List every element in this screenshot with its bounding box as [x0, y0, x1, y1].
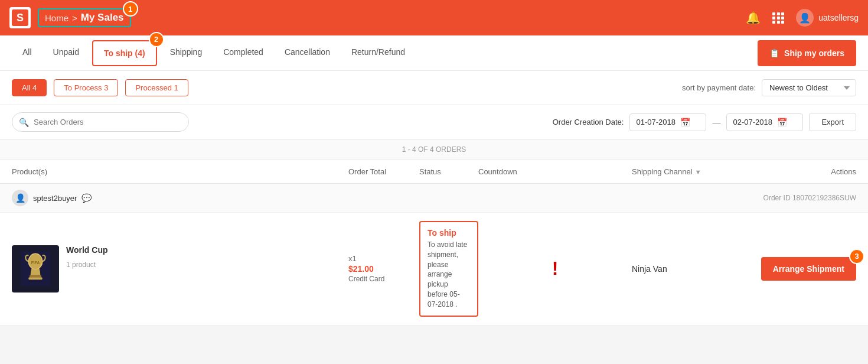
order-section: 👤 sptest2buyer 💬 Order ID 180702192386SU… [0, 184, 868, 326]
date-area: Order Creation Date: 01-07-2018 📅 — 02-0… [553, 113, 856, 131]
tabs-bar: All Unpaid 2 To ship (4) Shipping Comple… [0, 35, 868, 71]
top-navigation: S 1 Home > My Sales 🔔 👤 uatsellersg [0, 0, 868, 35]
tab-return-refund[interactable]: Return/Refund [341, 35, 416, 71]
order-row-header: 👤 sptest2buyer 💬 Order ID 180702192386SU… [0, 184, 868, 213]
product-image: FIFA [12, 245, 59, 292]
tab-all[interactable]: All [12, 35, 43, 71]
chat-icon[interactable]: 💬 [81, 193, 92, 203]
ship-icon: 📋 [769, 48, 779, 58]
arrange-shipment-button[interactable]: 3 Arrange Shipment [761, 257, 856, 281]
search-box: 🔍 [12, 112, 189, 132]
tab-shipping[interactable]: Shipping [159, 35, 213, 71]
search-icon: 🔍 [19, 118, 29, 127]
col-order-total: Order Total [348, 167, 419, 176]
tab-unpaid[interactable]: Unpaid [43, 35, 90, 71]
top-nav-right: 🔔 👤 uatsellersg [746, 9, 859, 27]
breadcrumb: 1 Home > My Sales [38, 8, 131, 27]
buyer-name: sptest2buyer [33, 194, 77, 203]
world-cup-image: FIFA [21, 251, 50, 287]
tab-completed[interactable]: Completed [213, 35, 274, 71]
col-status: Status [419, 167, 478, 176]
username: uatsellersg [818, 13, 859, 22]
search-row: 🔍 Order Creation Date: 01-07-2018 📅 — 02… [0, 105, 868, 139]
breadcrumb-current[interactable]: My Sales [81, 12, 124, 24]
buyer-avatar: 👤 [12, 190, 28, 206]
date-separator: — [712, 118, 720, 127]
date-to-input[interactable]: 02-07-2018 📅 [726, 113, 803, 131]
col-products: Product(s) [12, 167, 348, 176]
date-from-value: 01-07-2018 [636, 118, 676, 126]
tab-badge: 2 [149, 32, 164, 47]
arrange-badge: 3 [849, 249, 864, 264]
payment-method: Credit Card [348, 275, 419, 283]
calendar-to-icon: 📅 [777, 118, 787, 127]
product-info: FIFA World Cup 1 product [12, 245, 348, 292]
avatar: 👤 [796, 9, 814, 27]
date-label: Order Creation Date: [553, 118, 624, 126]
order-total-col: x1 $21.00 Credit Card [348, 254, 419, 283]
product-name: World Cup [66, 245, 108, 255]
breadcrumb-separator: > [72, 13, 77, 23]
col-actions: Actions [750, 167, 856, 176]
order-price: $21.00 [348, 264, 419, 274]
grid-icon[interactable] [772, 12, 784, 24]
orders-count: 1 - 4 OF 4 ORDERS [0, 139, 868, 160]
status-title: To ship [428, 228, 470, 238]
bell-icon[interactable]: 🔔 [746, 11, 761, 25]
ship-my-orders-button[interactable]: 📋 Ship my orders [758, 40, 856, 66]
date-to-value: 02-07-2018 [733, 118, 772, 126]
countdown-col: ! [478, 258, 632, 280]
search-input[interactable] [12, 112, 189, 132]
sort-area: sort by payment date: Newest to Oldest O… [682, 79, 856, 96]
breadcrumb-home[interactable]: Home [45, 13, 68, 23]
status-description: To avoid late shipment, please arrange p… [428, 240, 470, 310]
tab-cancellation[interactable]: Cancellation [274, 35, 341, 71]
chevron-down-icon: ▼ [695, 168, 701, 176]
order-id: Order ID 180702192386SUW [763, 194, 856, 202]
breadcrumb-badge: 1 [123, 1, 138, 17]
calendar-from-icon: 📅 [680, 118, 690, 127]
col-countdown: Countdown [478, 167, 632, 176]
svg-rect-2 [30, 275, 41, 277]
actions-col: 3 Arrange Shipment [750, 257, 856, 281]
col-shipping-channel[interactable]: Shipping Channel ▼ [632, 167, 750, 176]
shopee-logo[interactable]: S [9, 7, 31, 28]
order-row-content: FIFA World Cup 1 product x1 $21.00 Credi… [0, 213, 868, 325]
filter-processed-button[interactable]: Processed 1 [125, 79, 188, 96]
product-details: World Cup 1 product [66, 245, 108, 269]
logo-letter: S [12, 9, 28, 26]
filter-all-button[interactable]: All 4 [12, 79, 47, 96]
product-count: 1 product [66, 261, 108, 269]
svg-text:FIFA: FIFA [31, 260, 40, 264]
sort-label: sort by payment date: [682, 83, 756, 92]
filter-row: All 4 To Process 3 Processed 1 sort by p… [0, 71, 868, 105]
export-button[interactable]: Export [809, 113, 856, 131]
orders-table: Product(s) Order Total Status Countdown … [0, 160, 868, 326]
tab-to-ship[interactable]: 2 To ship (4) [92, 40, 157, 66]
filter-to-process-button[interactable]: To Process 3 [54, 79, 118, 96]
date-from-input[interactable]: 01-07-2018 📅 [629, 113, 706, 131]
user-menu[interactable]: 👤 uatsellersg [796, 9, 859, 27]
shipping-channel: Ninja Van [632, 264, 750, 274]
product-qty: x1 [348, 254, 419, 263]
sort-select[interactable]: Newest to Oldest Oldest to Newest [762, 79, 856, 96]
order-status: To ship To avoid late shipment, please a… [419, 221, 478, 317]
buyer-info: 👤 sptest2buyer 💬 [12, 190, 92, 206]
svg-rect-3 [28, 277, 42, 280]
urgency-icon: ! [552, 258, 559, 280]
table-header: Product(s) Order Total Status Countdown … [0, 160, 868, 184]
